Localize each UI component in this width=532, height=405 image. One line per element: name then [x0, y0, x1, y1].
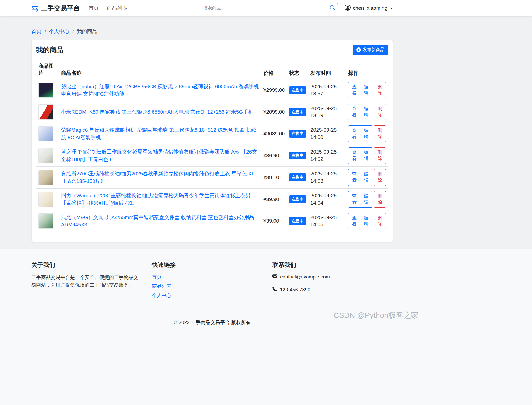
product-name-link[interactable]: 晨光（M&G）文具5只A4/55mm莫兰迪档案盒文件盒 收纳资料盒 蓝色塑料盒办… [61, 215, 254, 228]
table-row: 真维斯270G重磅纯棉长袖t恤男2025春秋季新款宽松休闲内搭纯色打底上衣 军绿… [36, 166, 388, 188]
edit-button[interactable]: 编辑 [360, 169, 372, 186]
row-actions: 查看 编辑 删除 [348, 191, 386, 208]
header-product-name: 商品名称 [59, 61, 261, 79]
search-icon [330, 5, 335, 11]
publish-time: 2025-09-2513:59 [308, 101, 346, 123]
status-badge: 在售中 [289, 152, 306, 159]
table-row: 晨光（M&G）文具5只A4/55mm莫兰迪档案盒文件盒 收纳资料盒 蓝色塑料盒办… [36, 210, 388, 232]
status-badge: 在售中 [289, 173, 306, 181]
edit-button[interactable]: 编辑 [360, 191, 372, 208]
edit-button[interactable]: 编辑 [360, 125, 372, 142]
search-input[interactable] [199, 3, 327, 13]
nav-link-product-list[interactable]: 商品列表 [107, 5, 127, 12]
plus-circle-icon [356, 47, 361, 52]
product-name-link[interactable]: 荣耀Magic6 单反级荣耀鹰眼相机 荣耀巨犀玻璃 第三代骁龙8 16+512 … [61, 127, 256, 140]
footer-about-text: 二手商品交易平台是一个安全、便捷的二手物品交易网站，为用户提供优质的二手商品交易… [31, 274, 140, 289]
footer-contact-title: 联系我们 [272, 261, 381, 269]
brand[interactable]: 二手交易平台 [31, 4, 80, 12]
product-name-link[interactable]: 小米REDMI K80 国家补贴 第三代骁龙8 6550mAh大电池 玄夜黑 1… [61, 109, 253, 115]
breadcrumb-user-center[interactable]: 个人中心 [49, 28, 69, 35]
card-header: 我的商品 发布新商品 [36, 45, 388, 55]
footer-link-product-list[interactable]: 商品列表 [152, 283, 261, 290]
product-price: ¥2099.00 [261, 101, 287, 123]
footer-link-home[interactable]: 首页 [152, 274, 261, 280]
status-badge: 在售中 [289, 130, 306, 138]
edit-button[interactable]: 编辑 [360, 213, 372, 230]
view-button[interactable]: 查看 [348, 147, 360, 164]
view-button[interactable]: 查看 [348, 125, 360, 142]
product-price: ¥3089.00 [261, 123, 287, 145]
row-actions: 查看 编辑 删除 [348, 82, 386, 98]
product-thumbnail [38, 104, 53, 120]
delete-button[interactable]: 删除 [374, 82, 386, 98]
navbar: 二手交易平台 首页 商品列表 chen_xiaoming [0, 0, 532, 16]
footer-about-title: 关于我们 [31, 261, 140, 269]
publish-time: 2025-09-2514:03 [308, 166, 346, 188]
nav-link-home[interactable]: 首页 [89, 5, 99, 12]
delete-button[interactable]: 删除 [374, 169, 386, 186]
publish-time: 2025-09-2514:02 [308, 145, 346, 166]
envelope-icon [272, 274, 277, 280]
chevron-down-icon [390, 8, 393, 9]
breadcrumb-separator: / [45, 29, 46, 35]
product-thumbnail [38, 192, 53, 207]
status-badge: 在售中 [289, 108, 306, 116]
table-row: 荣耀Magic6 单反级荣耀鹰眼相机 荣耀巨犀玻璃 第三代骁龙8 16+512 … [36, 123, 388, 145]
row-actions: 查看 编辑 删除 [348, 125, 386, 142]
breadcrumb-separator: / [72, 29, 74, 35]
footer-quick-links-title: 快速链接 [152, 261, 261, 269]
publish-new-product-button[interactable]: 发布新商品 [353, 45, 388, 55]
header-publish-time: 发布时间 [308, 61, 346, 79]
phone-icon [272, 287, 277, 293]
view-button[interactable]: 查看 [348, 169, 360, 186]
search-button[interactable] [327, 3, 338, 13]
product-price: ¥2999.00 [261, 79, 287, 101]
view-button[interactable]: 查看 [348, 82, 360, 98]
edit-button[interactable]: 编辑 [360, 104, 372, 120]
view-button[interactable]: 查看 [348, 191, 360, 208]
product-price: ¥39.90 [261, 188, 287, 210]
product-name-link[interactable]: 努比亚（nubia）红魔10 Air 12GB+256GB 疾影黑 7.85mm… [61, 84, 259, 97]
delete-button[interactable]: 删除 [374, 104, 386, 120]
edit-button[interactable]: 编辑 [360, 147, 372, 164]
publish-time: 2025-09-2514:04 [308, 188, 346, 210]
header-status: 状态 [287, 61, 308, 79]
footer-link-user-center[interactable]: 个人中心 [152, 292, 261, 299]
view-button[interactable]: 查看 [348, 213, 360, 230]
table-header-row: 商品图片 商品名称 价格 状态 发布时间 操作 [36, 61, 388, 79]
header-actions: 操作 [346, 61, 388, 79]
table-row: 回力（Warrior）220G重磅纯棉长袖t恤男潮流宽松大码青少年学生高街体恤衫… [36, 188, 388, 210]
status-badge: 在售中 [289, 86, 306, 94]
edit-button[interactable]: 编辑 [360, 82, 372, 98]
view-button[interactable]: 查看 [348, 104, 360, 120]
footer-about: 关于我们 二手商品交易平台是一个安全、便捷的二手物品交易网站，为用户提供优质的二… [31, 261, 152, 301]
product-name-link[interactable]: 蓝之旺 T恤定制班服工作服文化衫夏季短袖男情侣体恤衣服订做聚会团队服 A款 【2… [61, 149, 257, 162]
product-thumbnail [38, 83, 53, 98]
publish-time: 2025-09-2513:57 [308, 79, 346, 101]
contact-phone: 123-456-7890 [280, 287, 310, 293]
breadcrumb-current: 我的商品 [77, 28, 97, 35]
product-thumbnail [38, 126, 53, 141]
delete-button[interactable]: 删除 [374, 125, 386, 142]
product-price: ¥36.90 [261, 145, 287, 166]
watermark: CSDN @Python极客之家 [334, 310, 419, 321]
product-price: ¥39.00 [261, 210, 287, 232]
product-name-link[interactable]: 真维斯270G重磅纯棉长袖t恤男2025春秋季新款宽松休闲内搭纯色打底上衣 军绿… [61, 171, 254, 184]
publish-button-label: 发布新商品 [363, 47, 384, 53]
table-row: 小米REDMI K80 国家补贴 第三代骁龙8 6550mAh大电池 玄夜黑 1… [36, 101, 388, 123]
publish-time: 2025-09-2514:00 [308, 123, 346, 145]
product-name-link[interactable]: 回力（Warrior）220G重磅纯棉长袖t恤男潮流宽松大码青少年学生高街体恤衫… [61, 193, 250, 206]
delete-button[interactable]: 删除 [374, 147, 386, 164]
delete-button[interactable]: 删除 [374, 213, 386, 230]
contact-email: contact@example.com [280, 274, 330, 280]
breadcrumb-home[interactable]: 首页 [31, 28, 42, 35]
main-nav: 首页 商品列表 [89, 5, 127, 12]
row-actions: 查看 编辑 删除 [348, 213, 386, 230]
my-products-card: 我的商品 发布新商品 商品图片 商品名称 价格 状态 发布时间 操作 [31, 40, 393, 242]
brand-name: 二手交易平台 [41, 4, 80, 12]
user-menu[interactable]: chen_xiaoming [345, 5, 393, 12]
swap-arrows-icon [31, 5, 39, 12]
header-price: 价格 [261, 61, 287, 79]
table-row: 蓝之旺 T恤定制班服工作服文化衫夏季短袖男情侣体恤衣服订做聚会团队服 A款 【2… [36, 145, 388, 166]
delete-button[interactable]: 删除 [374, 191, 386, 208]
